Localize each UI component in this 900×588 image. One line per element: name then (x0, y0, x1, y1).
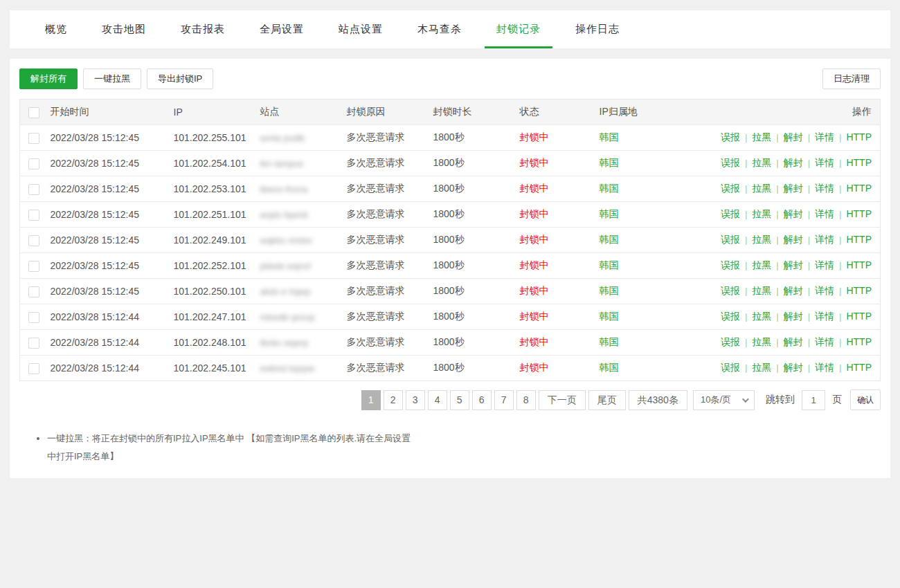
row-checkbox[interactable] (28, 235, 39, 246)
blacklist-all-button[interactable]: 一键拉黑 (83, 68, 141, 89)
action-separator: | (745, 183, 747, 194)
action-link-1[interactable]: 误报 (721, 234, 740, 245)
action-link-5[interactable]: HTTP (846, 208, 872, 219)
block-reason-cell: 多次恶意请求 (347, 176, 433, 202)
action-link-1[interactable]: 误报 (721, 285, 740, 296)
action-link-2[interactable]: 拉黑 (752, 285, 771, 296)
nav-tab-4[interactable]: 全局设置 (242, 10, 321, 48)
log-clean-button[interactable]: 日志清理 (822, 68, 881, 89)
action-link-4[interactable]: 详情 (815, 157, 834, 168)
action-link-3[interactable]: 解封 (784, 157, 803, 168)
action-link-1[interactable]: 误报 (721, 131, 740, 143)
action-link-4[interactable]: 详情 (815, 234, 834, 245)
nav-tab-8[interactable]: 操作日志 (558, 10, 637, 48)
action-link-2[interactable]: 拉黑 (752, 362, 771, 373)
nav-tab-5[interactable]: 站点设置 (321, 10, 400, 48)
page-button-1[interactable]: 1 (361, 390, 381, 410)
action-link-5[interactable]: HTTP (846, 259, 872, 270)
nav-tab-3[interactable]: 攻击报表 (163, 10, 242, 48)
page-button-7[interactable]: 7 (494, 390, 514, 410)
action-link-5[interactable]: HTTP (846, 234, 872, 245)
action-link-2[interactable]: 拉黑 (752, 183, 771, 194)
row-checkbox[interactable] (28, 158, 39, 169)
action-link-3[interactable]: 解封 (784, 208, 803, 219)
page-button-3[interactable]: 3 (406, 390, 425, 410)
jump-page-input[interactable] (802, 390, 825, 410)
action-link-2[interactable]: 拉黑 (752, 157, 771, 168)
action-link-5[interactable]: HTTP (846, 362, 872, 373)
action-link-4[interactable]: 详情 (815, 285, 834, 296)
action-link-4[interactable]: 详情 (815, 208, 834, 219)
status-badge: 封锁中 (520, 336, 549, 347)
action-link-3[interactable]: 解封 (784, 259, 803, 270)
last-page-button[interactable]: 尾页 (588, 390, 626, 410)
row-checkbox[interactable] (28, 210, 39, 221)
row-checkbox-cell (20, 176, 51, 202)
action-link-5[interactable]: HTTP (846, 285, 872, 296)
page-button-6[interactable]: 6 (472, 390, 492, 410)
action-link-2[interactable]: 拉黑 (752, 336, 771, 347)
export-blocked-ip-button[interactable]: 导出封锁IP (147, 68, 213, 89)
row-checkbox[interactable] (28, 338, 39, 349)
action-link-2[interactable]: 拉黑 (752, 259, 771, 270)
action-separator: | (808, 260, 810, 270)
next-page-button[interactable]: 下一页 (539, 390, 586, 410)
masked-site-name: tkn lampce (260, 158, 304, 169)
action-separator: | (745, 132, 747, 143)
action-link-4[interactable]: 详情 (815, 336, 834, 347)
action-link-1[interactable]: 误报 (721, 362, 740, 373)
action-link-4[interactable]: 详情 (815, 259, 834, 270)
row-checkbox[interactable] (28, 184, 39, 195)
action-link-5[interactable]: HTTP (846, 183, 872, 194)
nav-tab-2[interactable]: 攻击地图 (84, 10, 163, 48)
action-link-3[interactable]: 解封 (784, 183, 803, 194)
action-link-2[interactable]: 拉黑 (752, 234, 771, 245)
action-link-5[interactable]: HTTP (846, 157, 872, 168)
action-link-5[interactable]: HTTP (846, 131, 872, 143)
row-checkbox[interactable] (28, 133, 39, 144)
action-link-3[interactable]: 解封 (784, 234, 803, 245)
action-link-2[interactable]: 拉黑 (752, 131, 771, 143)
row-checkbox[interactable] (28, 261, 39, 272)
confirm-jump-button[interactable]: 确认 (850, 389, 881, 410)
action-link-2[interactable]: 拉黑 (752, 208, 771, 219)
row-checkbox[interactable] (28, 312, 39, 323)
nav-tab-1[interactable]: 概览 (28, 10, 84, 48)
action-link-3[interactable]: 解封 (784, 131, 803, 143)
ip-location: 韩国 (600, 285, 619, 296)
unblock-all-button[interactable]: 解封所有 (19, 68, 78, 89)
action-link-4[interactable]: 详情 (815, 131, 834, 143)
action-link-4[interactable]: 详情 (815, 311, 834, 322)
action-link-5[interactable]: HTTP (846, 311, 872, 322)
action-link-1[interactable]: 误报 (721, 336, 740, 347)
action-link-3[interactable]: 解封 (784, 285, 803, 296)
action-link-2[interactable]: 拉黑 (752, 311, 771, 322)
nav-tab-6[interactable]: 木马查杀 (400, 10, 479, 48)
action-link-4[interactable]: 详情 (815, 183, 834, 194)
status-badge: 封锁中 (520, 285, 549, 296)
row-checkbox[interactable] (28, 286, 39, 297)
status-cell: 封锁中 (520, 151, 600, 176)
action-link-3[interactable]: 解封 (784, 362, 803, 373)
nav-tab-7[interactable]: 封锁记录 (479, 10, 558, 48)
page-button-4[interactable]: 4 (428, 390, 447, 410)
select-all-checkbox[interactable] (28, 107, 39, 118)
page-button-8[interactable]: 8 (516, 390, 536, 410)
action-link-5[interactable]: HTTP (846, 336, 872, 347)
row-checkbox[interactable] (28, 363, 39, 374)
action-link-4[interactable]: 详情 (815, 362, 834, 373)
action-link-1[interactable]: 误报 (721, 157, 740, 168)
action-link-1[interactable]: 误报 (721, 259, 740, 270)
page-button-2[interactable]: 2 (384, 390, 403, 410)
row-actions-cell: 误报|拉黑|解封|详情|HTTP (708, 151, 881, 176)
column-header: 站点 (260, 100, 347, 125)
ip-location-cell: 韩国 (600, 228, 708, 253)
action-link-1[interactable]: 误报 (721, 208, 740, 219)
action-link-1[interactable]: 误报 (721, 183, 740, 194)
action-link-1[interactable]: 误报 (721, 311, 740, 322)
status-badge: 封锁中 (520, 157, 549, 168)
action-link-3[interactable]: 解封 (784, 311, 803, 322)
page-button-5[interactable]: 5 (450, 390, 469, 410)
page-size-select[interactable]: 10条/页 (693, 390, 755, 410)
action-link-3[interactable]: 解封 (784, 336, 803, 347)
